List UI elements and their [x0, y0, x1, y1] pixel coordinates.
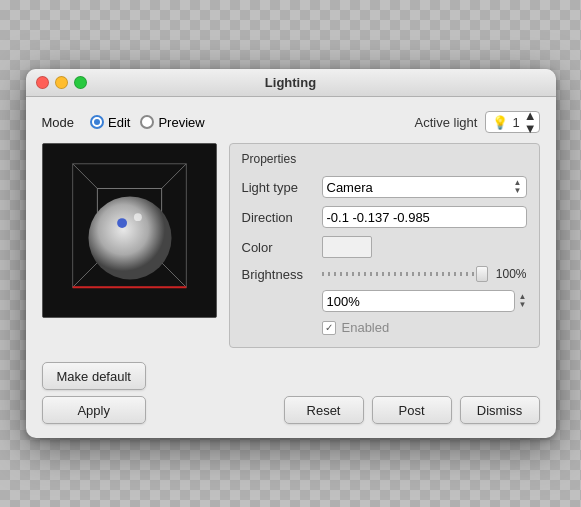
brightness-input-text: 100% [327, 294, 360, 309]
brightness-value: 100% [322, 266, 527, 282]
lt-down-icon[interactable]: ▼ [514, 187, 522, 195]
window-title: Lighting [265, 75, 316, 90]
lighting-window: Lighting Mode Edit Preview Ac [26, 69, 556, 438]
brightness-input[interactable]: 100% [322, 290, 515, 312]
enabled-row: Enabled [322, 320, 527, 335]
light-type-text: Camera [327, 180, 373, 195]
direction-text: -0.1 -0.137 -0.985 [327, 210, 430, 225]
brightness-pct: 100% [496, 267, 527, 281]
post-button[interactable]: Post [372, 396, 452, 424]
light-type-stepper[interactable]: ▲ ▼ [514, 177, 522, 197]
brightness-row: Brightness 100% [242, 266, 527, 282]
title-bar: Lighting [26, 69, 556, 97]
enabled-checkbox[interactable] [322, 321, 336, 335]
slider-track [322, 272, 490, 276]
top-bar: Mode Edit Preview Active light 💡 1 [42, 111, 540, 133]
left-buttons: Make default Apply [42, 362, 146, 424]
minimize-button[interactable] [55, 76, 68, 89]
br-down-icon[interactable]: ▼ [519, 301, 527, 309]
radio-preview-label: Preview [158, 115, 204, 130]
radio-preview[interactable]: Preview [140, 115, 204, 130]
panel-title: Properties [242, 152, 527, 166]
active-light-value: 1 [512, 115, 519, 130]
radio-edit-label: Edit [108, 115, 130, 130]
active-light-stepper[interactable]: 💡 1 ▲ ▼ [485, 111, 539, 133]
properties-panel: Properties Light type Camera ▲ ▼ [229, 143, 540, 348]
radio-preview-dot [140, 115, 154, 129]
stepper-arrows[interactable]: ▲ ▼ [524, 112, 537, 132]
maximize-button[interactable] [74, 76, 87, 89]
brightness-slider[interactable] [322, 266, 490, 282]
right-buttons: Reset Post Dismiss [284, 396, 540, 424]
main-area: Properties Light type Camera ▲ ▼ [42, 143, 540, 348]
apply-button[interactable]: Apply [42, 396, 146, 424]
enabled-label: Enabled [342, 320, 390, 335]
direction-label: Direction [242, 210, 322, 225]
mode-section: Mode Edit Preview [42, 115, 205, 130]
make-default-button[interactable]: Make default [42, 362, 146, 390]
brightness-stepper[interactable]: ▲ ▼ [519, 291, 527, 311]
window-controls [36, 76, 87, 89]
window-content: Mode Edit Preview Active light 💡 1 [26, 97, 556, 438]
active-light-label: Active light [415, 115, 478, 130]
bottom-bar: Make default Apply Reset Post Dismiss [42, 362, 540, 424]
light-type-label: Light type [242, 180, 322, 195]
radio-edit-dot [90, 115, 104, 129]
light-type-row: Light type Camera ▲ ▼ [242, 176, 527, 198]
direction-field[interactable]: -0.1 -0.137 -0.985 [322, 206, 527, 228]
mode-label: Mode [42, 115, 75, 130]
radio-edit[interactable]: Edit [90, 115, 130, 130]
preview-canvas [42, 143, 217, 318]
svg-point-10 [133, 213, 141, 221]
light-type-select[interactable]: Camera ▲ ▼ [322, 176, 527, 198]
color-value [322, 236, 527, 258]
close-button[interactable] [36, 76, 49, 89]
color-row: Color [242, 236, 527, 258]
direction-value: -0.1 -0.137 -0.985 [322, 206, 527, 228]
slider-thumb[interactable] [476, 266, 488, 282]
brightness-input-row: 100% ▲ ▼ [322, 290, 527, 312]
stepper-down-icon[interactable]: ▼ [524, 122, 537, 135]
direction-row: Direction -0.1 -0.137 -0.985 [242, 206, 527, 228]
color-swatch[interactable] [322, 236, 372, 258]
light-icon: 💡 [492, 115, 508, 130]
light-type-value: Camera ▲ ▼ [322, 176, 527, 198]
canvas-svg [43, 144, 216, 317]
svg-point-9 [117, 218, 127, 228]
radio-group: Edit Preview [90, 115, 205, 130]
active-light-section: Active light 💡 1 ▲ ▼ [415, 111, 540, 133]
color-label: Color [242, 240, 322, 255]
dismiss-button[interactable]: Dismiss [460, 396, 540, 424]
brightness-label: Brightness [242, 267, 322, 282]
reset-button[interactable]: Reset [284, 396, 364, 424]
svg-point-8 [88, 196, 171, 279]
